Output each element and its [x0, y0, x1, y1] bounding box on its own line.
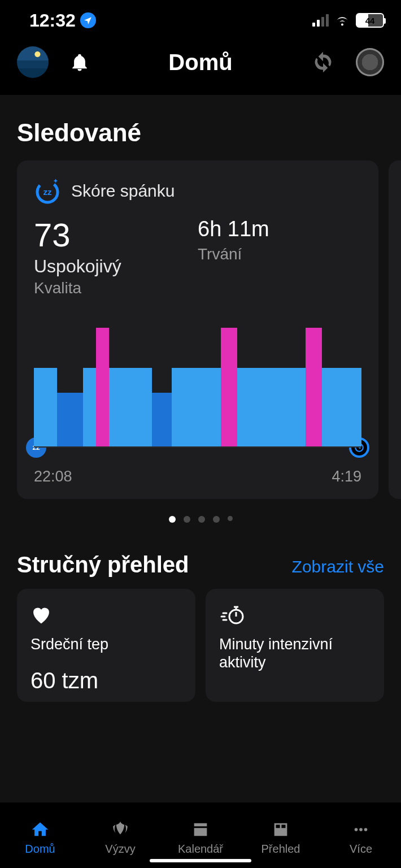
- tab-calendar[interactable]: Kalendář: [160, 803, 241, 868]
- pager-dot[interactable]: [213, 516, 220, 523]
- sleep-score-card[interactable]: zz Skóre spánku 73 Uspokojivý Kvalita 6h…: [17, 160, 378, 499]
- notifications-icon[interactable]: [70, 51, 89, 73]
- location-icon: [80, 12, 96, 28]
- wifi-icon: [334, 15, 350, 26]
- status-left: 12:32: [29, 10, 96, 31]
- sleep-start-time: 22:08: [34, 468, 72, 485]
- tab-more[interactable]: Více: [321, 803, 401, 868]
- sync-icon[interactable]: [312, 51, 334, 73]
- sleep-duration-label: Trvání: [198, 245, 361, 263]
- tab-home[interactable]: Domů: [0, 803, 80, 868]
- pager-dot[interactable]: [184, 516, 190, 523]
- sleep-segment-light: [322, 368, 361, 446]
- stopwatch-icon: [219, 604, 371, 626]
- sleep-segment-light: [34, 368, 57, 446]
- svg-point-6: [364, 828, 368, 831]
- tab-bar: Domů Výzvy Kalendář Přehled Více: [0, 802, 401, 868]
- next-card-peek[interactable]: [389, 160, 401, 499]
- sleep-segment-deep: [57, 393, 83, 446]
- heart-rate-title: Srdeční tep: [30, 635, 182, 653]
- battery-icon: 44: [356, 13, 384, 28]
- app-header: Domů: [0, 36, 401, 95]
- show-all-link[interactable]: Zobrazit vše: [292, 557, 384, 576]
- sleep-segment-light: [83, 368, 96, 446]
- tab-home-label: Domů: [25, 843, 55, 856]
- svg-text:zz: zz: [43, 187, 53, 197]
- sleep-duration-value: 6h 11m: [198, 218, 361, 241]
- sleep-segment-light: [237, 368, 306, 446]
- svg-point-5: [359, 828, 363, 831]
- intensity-minutes-card[interactable]: Minuty intenzivní aktivity: [206, 589, 384, 702]
- sleep-card-title: Skóre spánku: [71, 181, 175, 201]
- sleep-segment-rem: [306, 328, 322, 446]
- heart-rate-card[interactable]: Srdeční tep 60 tzm: [17, 589, 195, 702]
- device-watch-icon[interactable]: [356, 48, 384, 76]
- tab-challenges[interactable]: Výzvy: [80, 803, 160, 868]
- sleep-segment-rem: [96, 328, 109, 446]
- sleep-end-time: 4:19: [332, 468, 361, 485]
- pager-dot[interactable]: [228, 516, 233, 521]
- status-right: 44: [312, 13, 384, 28]
- profile-avatar[interactable]: [17, 46, 49, 78]
- tab-calendar-label: Kalendář: [178, 843, 223, 856]
- clock-time: 12:32: [29, 10, 76, 31]
- intensity-title: Minuty intenzivní aktivity: [219, 635, 371, 672]
- page-title: Domů: [168, 50, 232, 75]
- sleep-quality-label: Kvalita: [34, 279, 198, 297]
- heart-icon: [30, 604, 182, 626]
- svg-point-4: [355, 828, 358, 831]
- pager-dot[interactable]: [198, 516, 205, 523]
- sleep-icon: zz: [34, 177, 61, 205]
- battery-value: 44: [365, 16, 375, 25]
- sleep-segment-light: [109, 368, 151, 446]
- sleep-segment-light: [172, 368, 221, 446]
- sleep-segment-deep: [152, 393, 172, 446]
- home-indicator: [150, 859, 251, 862]
- tab-overview-label: Přehled: [261, 843, 300, 856]
- sleep-score-value: 73: [34, 218, 198, 253]
- tab-challenges-label: Výzvy: [105, 843, 135, 856]
- cellular-icon: [312, 14, 329, 27]
- tab-overview[interactable]: Přehled: [241, 803, 321, 868]
- card-pager-dots[interactable]: [0, 516, 401, 523]
- sleep-segment-rem: [221, 328, 237, 446]
- heart-rate-value: 60 tzm: [30, 668, 182, 693]
- sleep-stages-chart: [34, 323, 361, 448]
- sleep-quality-value: Uspokojivý: [34, 256, 198, 277]
- overview-section-title: Stručný přehled: [17, 552, 189, 578]
- pager-dot[interactable]: [169, 516, 176, 523]
- tab-more-label: Více: [350, 843, 372, 856]
- status-bar: 12:32 44: [0, 0, 401, 36]
- watched-section-title: Sledované: [0, 95, 401, 160]
